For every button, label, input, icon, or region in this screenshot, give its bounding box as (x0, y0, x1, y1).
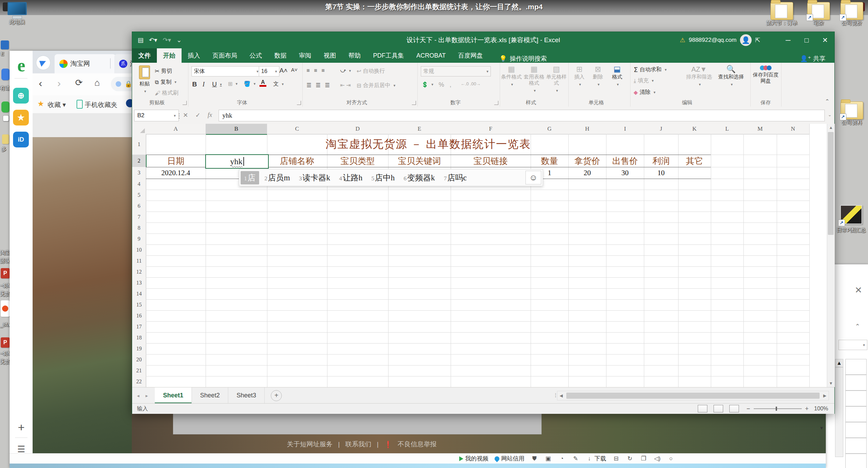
grid-cell-C2-header[interactable]: 店铺名称 (267, 155, 327, 167)
row-header-19[interactable]: 19 (132, 343, 146, 355)
new-sheet-icon[interactable]: + (271, 390, 282, 401)
ime-candidate-3[interactable]: 3读卡器k (296, 171, 334, 184)
ribbon-tab-4[interactable]: 页面布局 (206, 48, 243, 63)
grid-cell-K2-header[interactable]: 其它 (678, 155, 711, 167)
scroll-right-icon[interactable]: ▶ (821, 392, 829, 399)
horizontal-align-icons[interactable]: ☰ ☰ ☰ (306, 82, 331, 88)
font-size-combo[interactable]: 16▾ (259, 66, 279, 76)
column-header-J[interactable]: J (644, 124, 679, 134)
borders-button[interactable]: ⊞▾ (228, 81, 238, 87)
ime-candidate-5[interactable]: 5店中h (368, 171, 398, 184)
page-break-view-icon[interactable] (729, 405, 739, 412)
ribbon-tab-1[interactable]: 文件 (132, 48, 157, 63)
search-icon[interactable]: ○ (667, 455, 675, 463)
download-button[interactable]: ↓ 下载 (586, 455, 606, 463)
sheet-tab-sheet2[interactable]: Sheet2 (192, 387, 228, 404)
ribbon-tab-3[interactable]: 插入 (182, 48, 206, 63)
fill-color-button[interactable]: 🪣▾ (244, 81, 256, 87)
grid-cell-F2-header[interactable]: 宝贝链接 (451, 155, 531, 167)
row-header-13[interactable]: 13 (132, 277, 146, 289)
shield-icon[interactable]: ⛊ (531, 455, 538, 463)
autosum-button[interactable]: Σ自动求和▾ (634, 65, 667, 74)
desktop-icon-p-file-2[interactable]: P (1, 337, 10, 348)
column-header-N[interactable]: N (777, 124, 810, 134)
font-color-button[interactable]: A (259, 79, 266, 87)
dialog-launcher-icon[interactable] (297, 101, 301, 105)
grid-cell-D2-header[interactable]: 宝贝类型 (327, 155, 388, 167)
bold-button[interactable]: B (192, 81, 197, 88)
screenshot-icon[interactable]: ▣ (544, 455, 552, 463)
merge-center-button[interactable]: ⊟合并后居中▾ (357, 82, 395, 89)
desktop-icon-yellow[interactable] (2, 134, 9, 144)
number-format-combo[interactable]: 常规▾ (421, 66, 491, 76)
background-scrollbar[interactable] (835, 367, 843, 457)
site-credit-button[interactable]: 网站信用 (495, 455, 524, 463)
row-header-18[interactable]: 18 (132, 332, 146, 344)
scroll-up-icon[interactable]: ▲ (827, 124, 835, 131)
favorites-star-icon[interactable]: ★ (13, 110, 29, 125)
format-cells-button[interactable]: ⬓格式▾ (608, 66, 626, 87)
grid-cell-G2-header[interactable]: 数量 (531, 155, 568, 167)
row-header-5[interactable]: 5 (132, 190, 146, 201)
column-header-B[interactable]: B (206, 124, 267, 135)
format-as-table-button[interactable]: ▦套用表格格式▾ (523, 66, 545, 94)
scroll-thumb[interactable] (566, 393, 820, 399)
footer-link[interactable]: 联系我们 (345, 440, 371, 449)
desktop-icon-daily-pics[interactable]: ↗ 日常P图汇总 (835, 205, 868, 233)
scroll-left-icon[interactable]: ◀ (557, 392, 565, 399)
favorites-label[interactable]: 收藏 ▾ (48, 100, 66, 109)
grid-cell-I3-value[interactable]: 30 (606, 167, 644, 179)
sheet-nav-right-icon[interactable]: ▸ (146, 393, 148, 398)
ribbon-tab-5[interactable]: 公式 (243, 48, 268, 63)
column-header-L[interactable]: L (711, 124, 744, 134)
ime-candidate-4[interactable]: 4让路h (336, 171, 366, 184)
row-header-11[interactable]: 11 (132, 255, 146, 267)
row-header-15[interactable]: 15 (132, 299, 146, 311)
ime-candidate-6[interactable]: 6变频器k (400, 171, 438, 184)
back-icon[interactable]: ‹ (39, 77, 42, 89)
my-video-button[interactable]: 我的视频 (459, 455, 488, 463)
normal-view-icon[interactable] (698, 405, 707, 412)
cut-button[interactable]: ✂剪切 (155, 68, 172, 75)
footer-link[interactable]: 关于短网址服务 (287, 440, 333, 449)
conditional-format-button[interactable]: ▦条件格式▾ (501, 66, 522, 87)
row-header-21[interactable]: 21 (132, 365, 146, 376)
row-header-2[interactable]: 2 (132, 155, 147, 167)
delete-cells-button[interactable]: ⊠删除▾ (590, 66, 606, 87)
zoom-slider[interactable] (754, 408, 802, 409)
window-icon[interactable]: ❐ (640, 455, 647, 463)
collapse-ribbon-icon[interactable]: ⌃ (825, 98, 830, 105)
vertical-align-icons[interactable]: ≡ ≡ ≡ (306, 68, 326, 74)
column-header-C[interactable]: C (267, 124, 327, 134)
confirm-entry-icon[interactable]: ✓ (195, 111, 200, 119)
desktop-icon-company-bid[interactable]: ↗ 公司竞价 (836, 2, 868, 26)
grow-font-button[interactable]: A˄ (279, 67, 288, 74)
currency-button[interactable]: 💲▾ (421, 81, 433, 88)
row-header-12[interactable]: 12 (132, 266, 146, 278)
ribbon-tab-9[interactable]: 帮助 (342, 48, 367, 63)
ribbon-tab-11[interactable]: ACROBAT (410, 48, 452, 63)
orientation-button[interactable]: ⤻▾ (340, 68, 351, 74)
dialog-launcher-icon[interactable] (494, 101, 498, 105)
avatar[interactable]: 👤 (740, 34, 752, 46)
clear-button[interactable]: ◆清除▾ (634, 89, 656, 96)
grid-cell-I2-header[interactable]: 出售价 (606, 155, 644, 167)
column-header-D[interactable]: D (327, 124, 389, 134)
row-header-20[interactable]: 20 (132, 354, 146, 365)
page-layout-view-icon[interactable] (714, 405, 723, 412)
row-header-3[interactable]: 3 (132, 167, 146, 179)
ribbon-tab-2[interactable]: 开始 (157, 48, 182, 63)
dialog-launcher-icon[interactable] (183, 101, 187, 105)
underline-button[interactable]: U▾ (212, 81, 222, 88)
minimize-button[interactable]: ─ (779, 32, 797, 48)
sheet-title-cell[interactable]: 淘宝虚拟无货源 － 出单数据统计一览表 (146, 134, 711, 155)
format-painter-button[interactable]: 🖌格式刷 (155, 89, 178, 97)
insert-cells-button[interactable]: ⊞插入▾ (571, 66, 588, 87)
row-header-1[interactable]: 1 (132, 134, 146, 155)
maximize-button[interactable]: □ (797, 32, 816, 48)
chevron-up-icon[interactable]: ⌃ (855, 323, 860, 330)
refresh-icon[interactable]: ⟳ (75, 77, 83, 88)
copy-button[interactable]: ⧉复制▾ (155, 79, 176, 86)
column-header-H[interactable]: H (568, 124, 606, 134)
pen-icon[interactable]: ✎ (572, 455, 579, 463)
